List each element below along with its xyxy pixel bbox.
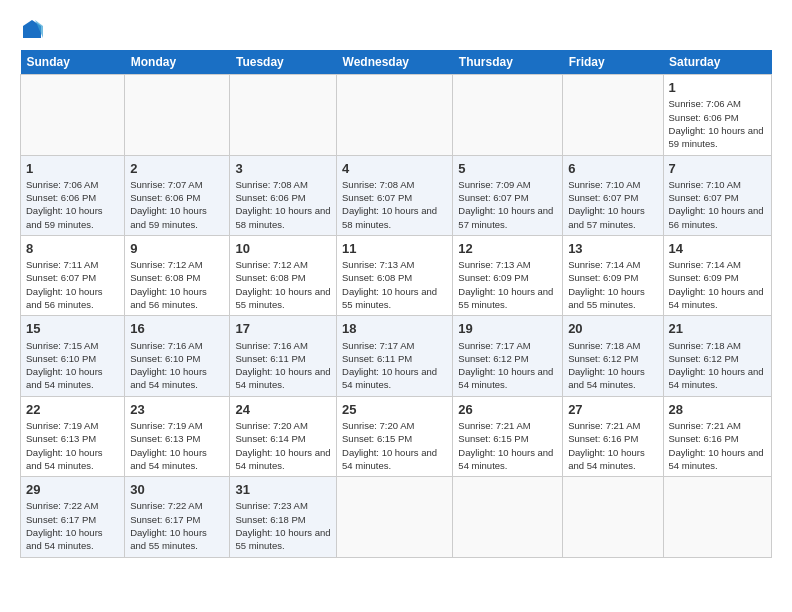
day-number: 1: [26, 160, 119, 178]
day-number: 12: [458, 240, 557, 258]
day-number: 16: [130, 320, 224, 338]
day-number: 8: [26, 240, 119, 258]
sunset-info: Sunset: 6:13 PM: [130, 433, 200, 444]
sunrise-info: Sunrise: 7:21 AM: [669, 420, 741, 431]
calendar-cell: [563, 75, 663, 155]
sunrise-info: Sunrise: 7:19 AM: [130, 420, 202, 431]
sunrise-info: Sunrise: 7:07 AM: [130, 179, 202, 190]
day-number: 28: [669, 401, 766, 419]
day-number: 29: [26, 481, 119, 499]
daylight-info: Daylight: 10 hours and 54 minutes.: [458, 447, 553, 471]
day-number: 24: [235, 401, 331, 419]
sunset-info: Sunset: 6:12 PM: [669, 353, 739, 364]
calendar-cell: [125, 75, 230, 155]
col-tuesday: Tuesday: [230, 50, 337, 75]
sunset-info: Sunset: 6:09 PM: [568, 272, 638, 283]
daylight-info: Daylight: 10 hours and 54 minutes.: [568, 447, 645, 471]
daylight-info: Daylight: 10 hours and 54 minutes.: [458, 366, 553, 390]
sunrise-info: Sunrise: 7:10 AM: [669, 179, 741, 190]
sunset-info: Sunset: 6:06 PM: [669, 112, 739, 123]
logo: [20, 18, 44, 40]
sunrise-info: Sunrise: 7:15 AM: [26, 340, 98, 351]
sunset-info: Sunset: 6:18 PM: [235, 514, 305, 525]
calendar-row: 22Sunrise: 7:19 AMSunset: 6:13 PMDayligh…: [21, 396, 772, 476]
sunrise-info: Sunrise: 7:06 AM: [669, 98, 741, 109]
calendar-cell: 9Sunrise: 7:12 AMSunset: 6:08 PMDaylight…: [125, 236, 230, 316]
sunset-info: Sunset: 6:06 PM: [130, 192, 200, 203]
day-number: 6: [568, 160, 657, 178]
sunset-info: Sunset: 6:15 PM: [458, 433, 528, 444]
sunrise-info: Sunrise: 7:18 AM: [669, 340, 741, 351]
sunset-info: Sunset: 6:06 PM: [26, 192, 96, 203]
calendar-cell: 12Sunrise: 7:13 AMSunset: 6:09 PMDayligh…: [453, 236, 563, 316]
daylight-info: Daylight: 10 hours and 56 minutes.: [669, 205, 764, 229]
day-number: 22: [26, 401, 119, 419]
sunset-info: Sunset: 6:16 PM: [669, 433, 739, 444]
sunrise-info: Sunrise: 7:08 AM: [342, 179, 414, 190]
daylight-info: Daylight: 10 hours and 55 minutes.: [235, 527, 330, 551]
day-number: 4: [342, 160, 447, 178]
calendar-cell: 16Sunrise: 7:16 AMSunset: 6:10 PMDayligh…: [125, 316, 230, 396]
calendar-cell: [230, 75, 337, 155]
calendar-cell: 4Sunrise: 7:08 AMSunset: 6:07 PMDaylight…: [337, 155, 453, 235]
calendar-cell: 21Sunrise: 7:18 AMSunset: 6:12 PMDayligh…: [663, 316, 771, 396]
sunrise-info: Sunrise: 7:09 AM: [458, 179, 530, 190]
calendar-cell: 15Sunrise: 7:15 AMSunset: 6:10 PMDayligh…: [21, 316, 125, 396]
sunset-info: Sunset: 6:16 PM: [568, 433, 638, 444]
sunrise-info: Sunrise: 7:14 AM: [669, 259, 741, 270]
daylight-info: Daylight: 10 hours and 55 minutes.: [130, 527, 207, 551]
sunset-info: Sunset: 6:07 PM: [568, 192, 638, 203]
sunrise-info: Sunrise: 7:22 AM: [26, 500, 98, 511]
calendar-cell: 8Sunrise: 7:11 AMSunset: 6:07 PMDaylight…: [21, 236, 125, 316]
day-number: 5: [458, 160, 557, 178]
calendar-cell: 29Sunrise: 7:22 AMSunset: 6:17 PMDayligh…: [21, 477, 125, 557]
calendar-row: 29Sunrise: 7:22 AMSunset: 6:17 PMDayligh…: [21, 477, 772, 557]
day-number: 20: [568, 320, 657, 338]
sunset-info: Sunset: 6:17 PM: [26, 514, 96, 525]
daylight-info: Daylight: 10 hours and 54 minutes.: [235, 447, 330, 471]
calendar-cell: 24Sunrise: 7:20 AMSunset: 6:14 PMDayligh…: [230, 396, 337, 476]
calendar-cell: [663, 477, 771, 557]
day-number: 27: [568, 401, 657, 419]
col-wednesday: Wednesday: [337, 50, 453, 75]
daylight-info: Daylight: 10 hours and 55 minutes.: [342, 286, 437, 310]
calendar-cell: 19Sunrise: 7:17 AMSunset: 6:12 PMDayligh…: [453, 316, 563, 396]
calendar-row: 8Sunrise: 7:11 AMSunset: 6:07 PMDaylight…: [21, 236, 772, 316]
day-number: 2: [130, 160, 224, 178]
sunrise-info: Sunrise: 7:10 AM: [568, 179, 640, 190]
calendar-cell: 5Sunrise: 7:09 AMSunset: 6:07 PMDaylight…: [453, 155, 563, 235]
day-number: 15: [26, 320, 119, 338]
day-number: 14: [669, 240, 766, 258]
day-number: 26: [458, 401, 557, 419]
calendar-cell: [453, 477, 563, 557]
calendar-cell: 23Sunrise: 7:19 AMSunset: 6:13 PMDayligh…: [125, 396, 230, 476]
sunrise-info: Sunrise: 7:13 AM: [458, 259, 530, 270]
daylight-info: Daylight: 10 hours and 54 minutes.: [342, 447, 437, 471]
calendar-cell: [337, 75, 453, 155]
daylight-info: Daylight: 10 hours and 59 minutes.: [130, 205, 207, 229]
sunrise-info: Sunrise: 7:13 AM: [342, 259, 414, 270]
calendar-cell: 26Sunrise: 7:21 AMSunset: 6:15 PMDayligh…: [453, 396, 563, 476]
calendar-cell: 22Sunrise: 7:19 AMSunset: 6:13 PMDayligh…: [21, 396, 125, 476]
daylight-info: Daylight: 10 hours and 54 minutes.: [26, 527, 103, 551]
day-number: 1: [669, 79, 766, 97]
sunrise-info: Sunrise: 7:17 AM: [458, 340, 530, 351]
calendar-cell: 18Sunrise: 7:17 AMSunset: 6:11 PMDayligh…: [337, 316, 453, 396]
calendar-row: 1Sunrise: 7:06 AMSunset: 6:06 PMDaylight…: [21, 75, 772, 155]
daylight-info: Daylight: 10 hours and 58 minutes.: [342, 205, 437, 229]
calendar-cell: 14Sunrise: 7:14 AMSunset: 6:09 PMDayligh…: [663, 236, 771, 316]
page: Sunday Monday Tuesday Wednesday Thursday…: [0, 0, 792, 568]
calendar-header-row: Sunday Monday Tuesday Wednesday Thursday…: [21, 50, 772, 75]
sunset-info: Sunset: 6:08 PM: [342, 272, 412, 283]
sunrise-info: Sunrise: 7:11 AM: [26, 259, 98, 270]
logo-text: [20, 18, 44, 40]
calendar-cell: 28Sunrise: 7:21 AMSunset: 6:16 PMDayligh…: [663, 396, 771, 476]
day-number: 17: [235, 320, 331, 338]
daylight-info: Daylight: 10 hours and 58 minutes.: [235, 205, 330, 229]
sunset-info: Sunset: 6:07 PM: [26, 272, 96, 283]
sunrise-info: Sunrise: 7:17 AM: [342, 340, 414, 351]
day-number: 3: [235, 160, 331, 178]
daylight-info: Daylight: 10 hours and 55 minutes.: [458, 286, 553, 310]
sunrise-info: Sunrise: 7:16 AM: [130, 340, 202, 351]
sunrise-info: Sunrise: 7:14 AM: [568, 259, 640, 270]
